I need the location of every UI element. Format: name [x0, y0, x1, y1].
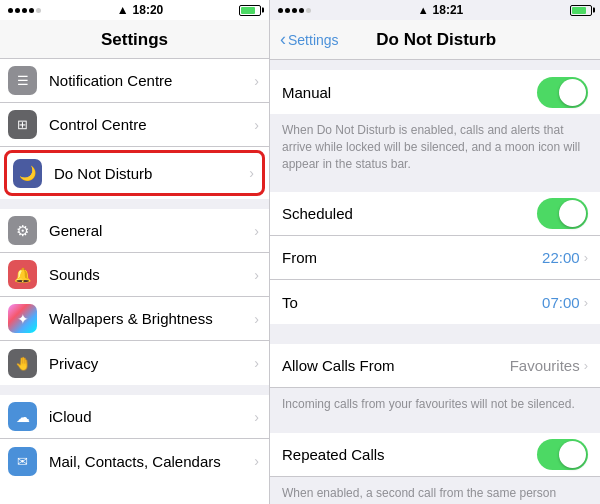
- right-nav-bar: ‹ Settings Do Not Disturb: [270, 20, 600, 60]
- sidebar-item-icloud[interactable]: ☁ iCloud ›: [0, 395, 269, 439]
- icloud-icon: ☁: [8, 402, 37, 431]
- right-status-bar: ▲ 18:21: [270, 0, 600, 20]
- battery-icon: [239, 5, 261, 16]
- battery: [239, 5, 261, 16]
- control-centre-label: Control Centre: [49, 116, 254, 133]
- repeated-calls-toggle[interactable]: [537, 439, 588, 470]
- notification-centre-label: Notification Centre: [49, 72, 254, 89]
- manual-toggle[interactable]: [537, 77, 588, 108]
- control-centre-icon: ⊞: [8, 110, 37, 139]
- sidebar-item-mail[interactable]: ✉ Mail, Contacts, Calendars ›: [0, 439, 269, 483]
- rdot1: [278, 8, 283, 13]
- settings-list: ☰ Notification Centre › ⊞ Control Centre…: [0, 59, 269, 504]
- allow-calls-row[interactable]: Allow Calls From Favourites ›: [270, 344, 600, 388]
- sidebar-item-privacy[interactable]: 🤚 Privacy ›: [0, 341, 269, 385]
- rdot5: [306, 8, 311, 13]
- do-not-disturb-chevron: ›: [249, 165, 254, 181]
- wallpapers-label: Wallpapers & Brightness: [49, 310, 254, 327]
- privacy-icon: 🤚: [8, 349, 37, 378]
- to-label: To: [282, 294, 332, 311]
- to-value: 07:00: [332, 294, 580, 311]
- rdot4: [299, 8, 304, 13]
- general-icon: ⚙: [8, 216, 37, 245]
- icloud-label: iCloud: [49, 408, 254, 425]
- right-battery: [570, 5, 592, 16]
- repeated-calls-description: When enabled, a second call from the sam…: [270, 477, 600, 504]
- allow-calls-chevron: ›: [584, 358, 588, 373]
- back-label: Settings: [288, 32, 339, 48]
- privacy-label: Privacy: [49, 355, 254, 372]
- do-not-disturb-label: Do Not Disturb: [54, 165, 249, 182]
- rdot3: [292, 8, 297, 13]
- from-value: 22:00: [332, 249, 580, 266]
- dot1: [8, 8, 13, 13]
- allow-calls-description: Incoming calls from your favourites will…: [270, 388, 600, 423]
- right-battery-icon: [570, 5, 592, 16]
- scheduled-row: Scheduled: [270, 192, 600, 236]
- mail-icon: ✉: [8, 447, 37, 476]
- repeated-calls-toggle-knob: [559, 441, 586, 468]
- sidebar-item-sounds[interactable]: 🔔 Sounds ›: [0, 253, 269, 297]
- manual-toggle-knob: [559, 79, 586, 106]
- dot5: [36, 8, 41, 13]
- repeated-calls-section: Repeated Calls: [270, 433, 600, 477]
- settings-title: Settings: [0, 20, 269, 59]
- sounds-chevron: ›: [254, 267, 259, 283]
- from-row[interactable]: From 22:00 ›: [270, 236, 600, 280]
- icloud-chevron: ›: [254, 409, 259, 425]
- rdot2: [285, 8, 290, 13]
- back-chevron-icon: ‹: [280, 29, 286, 50]
- sounds-label: Sounds: [49, 266, 254, 283]
- right-time: 18:21: [433, 3, 464, 17]
- allow-calls-section: Allow Calls From Favourites ›: [270, 344, 600, 388]
- wifi-icon: ▲: [117, 3, 129, 17]
- from-chevron: ›: [584, 250, 588, 265]
- from-label: From: [282, 249, 332, 266]
- sidebar-item-general[interactable]: ⚙ General ›: [0, 209, 269, 253]
- mail-chevron: ›: [254, 453, 259, 469]
- wallpapers-icon: ✦: [8, 304, 37, 333]
- dnd-content: Manual When Do Not Disturb is enabled, c…: [270, 60, 600, 504]
- left-panel: ▲ 18:20 Settings ☰ Notification Centre ›…: [0, 0, 270, 504]
- dot2: [15, 8, 20, 13]
- scheduled-label: Scheduled: [282, 205, 537, 222]
- section-2: ⚙ General › 🔔 Sounds › ✦ Wallpapers & Br…: [0, 209, 269, 385]
- privacy-chevron: ›: [254, 355, 259, 371]
- allow-calls-label: Allow Calls From: [282, 357, 510, 374]
- manual-description: When Do Not Disturb is enabled, calls an…: [270, 114, 600, 182]
- scheduled-toggle-knob: [559, 200, 586, 227]
- do-not-disturb-icon: 🌙: [13, 159, 42, 188]
- sidebar-item-do-not-disturb[interactable]: 🌙 Do Not Disturb ›: [4, 150, 265, 196]
- scheduled-section: Scheduled From 22:00 › To 07:00 ›: [270, 192, 600, 324]
- manual-row: Manual: [270, 70, 600, 114]
- sidebar-item-wallpapers[interactable]: ✦ Wallpapers & Brightness ›: [0, 297, 269, 341]
- wallpapers-chevron: ›: [254, 311, 259, 327]
- to-chevron: ›: [584, 295, 588, 310]
- left-time: 18:20: [133, 3, 164, 17]
- section-gap-1: [0, 199, 269, 209]
- section-1: ☰ Notification Centre › ⊞ Control Centre…: [0, 59, 269, 196]
- section-gap-2: [0, 385, 269, 395]
- mail-label: Mail, Contacts, Calendars: [49, 453, 254, 470]
- repeated-calls-label: Repeated Calls: [282, 446, 537, 463]
- section-3: ☁ iCloud › ✉ Mail, Contacts, Calendars ›: [0, 395, 269, 483]
- left-status-bar: ▲ 18:20: [0, 0, 269, 20]
- sidebar-item-notification-centre[interactable]: ☰ Notification Centre ›: [0, 59, 269, 103]
- right-battery-cap: [593, 8, 595, 13]
- right-wifi-icon: ▲: [418, 4, 429, 16]
- to-row[interactable]: To 07:00 ›: [270, 280, 600, 324]
- general-chevron: ›: [254, 223, 259, 239]
- notification-centre-icon: ☰: [8, 66, 37, 95]
- scheduled-toggle[interactable]: [537, 198, 588, 229]
- repeated-calls-row: Repeated Calls: [270, 433, 600, 477]
- allow-calls-value: Favourites: [510, 357, 580, 374]
- sidebar-item-control-centre[interactable]: ⊞ Control Centre ›: [0, 103, 269, 147]
- gap-3: [270, 324, 600, 334]
- right-panel: ▲ 18:21 ‹ Settings Do Not Disturb Manual: [270, 0, 600, 504]
- dot4: [29, 8, 34, 13]
- signal-dots: [8, 8, 41, 13]
- back-button[interactable]: ‹ Settings: [280, 29, 339, 50]
- manual-label: Manual: [282, 84, 537, 101]
- battery-fill: [241, 7, 255, 14]
- dot3: [22, 8, 27, 13]
